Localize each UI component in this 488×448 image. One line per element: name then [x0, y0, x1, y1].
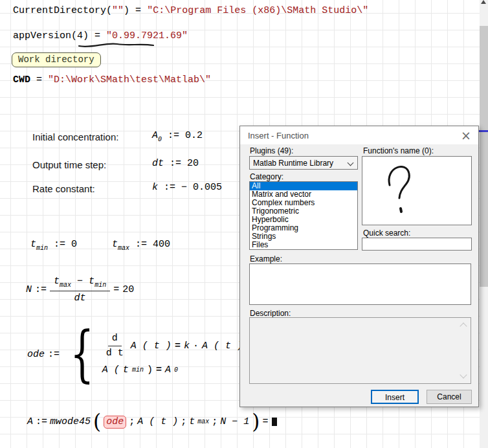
ode-definition[interactable]: ode := { d d t A ( t ) = k · A ( t ) A (… — [27, 326, 243, 383]
work-directory-label: Work directory — [18, 54, 94, 65]
variable: t — [189, 416, 195, 427]
scroll-down-icon[interactable] — [460, 371, 467, 378]
category-item-files[interactable]: Files — [250, 241, 357, 249]
derivative-denominator: d t — [102, 346, 128, 359]
a0-definition[interactable]: A0 := 0.2 — [152, 130, 203, 143]
function-name-list[interactable] — [362, 156, 472, 225]
equals-sign: = — [94, 30, 100, 41]
function-name-label: Function's name (0): — [363, 146, 434, 155]
tmin-definition[interactable]: tmin := 0 — [30, 239, 77, 252]
vertical-scrollbar[interactable] — [480, 0, 488, 448]
assign-operator: := — [170, 158, 181, 169]
subscript: max — [197, 418, 209, 425]
variable: t — [123, 364, 129, 375]
value: 400 — [153, 239, 170, 250]
variable: A — [27, 416, 33, 427]
insert-function-dialog: Insert - Function × Plugins (49): Matlab… — [239, 126, 479, 407]
equals-sign: = — [135, 5, 141, 16]
plugins-label: Plugins (49): — [250, 146, 293, 155]
ode-argument-error-highlight[interactable]: ode — [104, 416, 126, 429]
insert-button[interactable]: Insert — [371, 390, 419, 404]
paren-close: ) — [252, 412, 260, 432]
cwd-string: "D:\Work\SMath\test\Matlab\" — [48, 74, 211, 85]
function-term: A ( — [102, 364, 120, 375]
chevron-down-icon — [348, 160, 354, 166]
assign-operator: := — [54, 239, 65, 250]
scroll-up-icon[interactable] — [460, 322, 467, 330]
rate-constant-label[interactable]: Rate constant: — [32, 183, 95, 194]
work-directory-button[interactable]: Work directory — [12, 52, 101, 67]
variable: t — [54, 276, 60, 287]
scrollbar-thumb[interactable] — [480, 26, 488, 287]
output-time-step-label[interactable]: Output time step: — [32, 159, 106, 170]
description-label: Description: — [250, 309, 291, 318]
subscript: min — [94, 282, 106, 289]
variable: A — [165, 364, 171, 375]
separator: ; — [129, 416, 135, 427]
close-icon[interactable]: × — [459, 128, 473, 142]
current-directory-expression[interactable]: CurrentDirectory("") = "C:\Program Files… — [13, 5, 368, 16]
dt-definition[interactable]: dt := 20 — [152, 158, 199, 169]
denominator: dt — [71, 291, 90, 304]
function-term: A ( t ) — [202, 341, 243, 352]
paren-open: ( — [93, 412, 101, 432]
boolean-equals: = — [175, 341, 181, 352]
hand-question-mark-annotation — [381, 159, 419, 223]
scrollbar-up-arrow-icon[interactable] — [481, 0, 486, 4]
boolean-equals: = — [156, 364, 162, 375]
equals-sign: = — [262, 416, 268, 427]
ode-equation-row: d d t A ( t ) = k · A ( t ) — [102, 333, 243, 359]
n-definition[interactable]: N := tmax − tmin dt = 20 — [26, 276, 134, 304]
tmax-definition[interactable]: tmax := 400 — [112, 239, 170, 252]
variable: t — [89, 276, 94, 287]
expression-term: N − 1 — [220, 416, 249, 427]
result-placeholder-square[interactable] — [272, 418, 277, 426]
fraction: tmax − tmin dt — [50, 276, 110, 304]
function-term: A ( t ) — [137, 416, 178, 427]
subscript: min — [132, 366, 144, 374]
separator: ; — [212, 416, 217, 427]
dialog-titlebar[interactable]: Insert - Function × — [240, 126, 478, 144]
quick-search-label: Quick search: — [363, 229, 410, 238]
assign-operator: := — [164, 182, 175, 193]
equals-sign: = — [36, 74, 42, 85]
directory-string: "C:\Program Files (x86)\SMath Studio\" — [147, 5, 368, 16]
value: 0.2 — [185, 130, 203, 141]
category-list: All Matrix and vector Complex numbers Tr… — [249, 181, 358, 250]
k-definition[interactable]: k := − 0.005 — [152, 182, 222, 193]
cwd-expression[interactable]: CWD = "D:\Work\SMath\test\Matlab\" — [13, 74, 211, 85]
value: 0 — [71, 239, 77, 250]
derivative-fraction: d d t — [102, 333, 128, 359]
derivative-numerator: d — [108, 333, 122, 346]
category-label: Category: — [250, 172, 283, 181]
variable: k — [152, 182, 158, 193]
function-term: A ( t ) — [131, 341, 172, 352]
assign-operator: := — [36, 416, 47, 427]
cancel-button[interactable]: Cancel — [427, 390, 472, 404]
example-box — [249, 263, 471, 305]
subscript: max — [60, 282, 71, 289]
variable: dt — [152, 158, 164, 169]
solver-function-name: mwode45 — [50, 416, 91, 427]
initial-concentration-label[interactable]: Initial concentration: — [32, 131, 118, 142]
mwode45-call[interactable]: A := mwode45 ( ode; A ( t ); tmax; N − 1… — [27, 412, 277, 432]
assign-operator: := — [135, 239, 147, 250]
function-name: appVersion — [13, 30, 71, 41]
app-version-expression[interactable]: appVersion(4) = "0.99.7921.69" — [13, 30, 188, 41]
assign-operator: := — [48, 349, 60, 360]
quick-search-input[interactable] — [362, 238, 472, 251]
empty-string-arg: "" — [112, 5, 124, 16]
subscript: min — [36, 245, 48, 252]
separator: ; — [181, 416, 186, 427]
system-brace: { — [70, 326, 94, 383]
variable: t — [112, 239, 118, 250]
paren-open: ( — [106, 5, 112, 16]
function-args: (4) — [71, 30, 89, 41]
example-label: Example: — [250, 254, 282, 263]
plugins-dropdown[interactable]: Matlab Runtime Library — [249, 156, 358, 170]
variable: t — [30, 239, 36, 250]
variable: A — [152, 130, 158, 141]
subscript: max — [118, 245, 129, 252]
variable: ode — [27, 349, 45, 360]
cwd-variable: CWD — [13, 74, 30, 85]
